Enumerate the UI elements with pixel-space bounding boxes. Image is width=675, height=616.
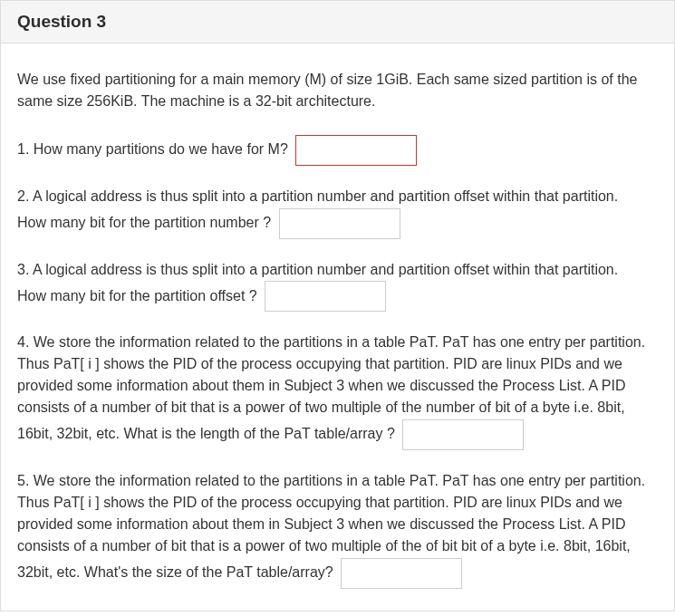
question-header: Question 3 [0, 0, 675, 43]
question-intro: We use fixed partitioning for a main mem… [17, 69, 658, 112]
subquestion-1-text: 1. How many partitions do we have for M? [17, 141, 288, 157]
subquestion-4-text: 4. We store the information related to t… [17, 332, 658, 419]
subquestion-2-line2: How many bit for the partition number ? [17, 215, 271, 230]
answer-input-5[interactable] [341, 558, 462, 589]
subquestion-4: 4. We store the information related to t… [17, 332, 658, 450]
answer-input-1[interactable] [295, 135, 417, 166]
answer-input-2[interactable] [279, 208, 400, 239]
answer-input-4[interactable] [402, 419, 524, 450]
answer-input-3[interactable] [265, 281, 386, 312]
subquestion-2-line1: 2. A logical address is thus split into … [17, 186, 658, 207]
subquestion-3-line1: 3. A logical address is thus split into … [17, 259, 658, 281]
question-title: Question 3 [17, 12, 658, 32]
subquestion-1: 1. How many partitions do we have for M? [17, 134, 658, 166]
subquestion-3: 3. A logical address is thus split into … [17, 259, 658, 313]
subquestion-3-line2: How many bit for the partition offset ? [17, 288, 257, 303]
subquestion-5: 5. We store the information related to t… [17, 470, 658, 589]
subquestion-5-tail: 32bit, etc. What's the size of the PaT t… [17, 564, 333, 580]
subquestion-5-text: 5. We store the information related to t… [17, 470, 658, 557]
subquestion-4-tail: 16bit, 32bit, etc. What is the length of… [17, 426, 395, 441]
question-body: We use fixed partitioning for a main mem… [0, 43, 675, 611]
subquestion-2: 2. A logical address is thus split into … [17, 186, 658, 239]
